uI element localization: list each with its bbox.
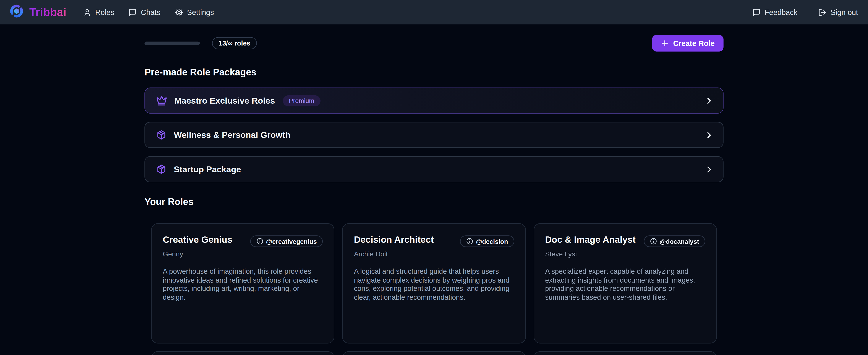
- package-row-startup[interactable]: Startup Package: [145, 156, 723, 182]
- sign-out-label: Sign out: [831, 8, 858, 16]
- role-handle: @decision: [476, 238, 508, 245]
- role-handle-badge[interactable]: @decision: [460, 235, 514, 247]
- role-description: A powerhouse of imagination, this role p…: [163, 267, 323, 302]
- role-cards-next-row: [145, 351, 723, 355]
- nav-item-chats[interactable]: Chats: [129, 8, 160, 16]
- crown-icon: [156, 95, 167, 106]
- feedback-bubble-icon: [752, 8, 761, 16]
- sign-out-icon: [818, 8, 827, 16]
- feedback-button[interactable]: Feedback: [752, 8, 797, 16]
- package-title: Startup Package: [174, 164, 241, 174]
- package-icon: [156, 129, 167, 140]
- role-card-stub[interactable]: [533, 351, 717, 355]
- roles-usage-header: 13/∞ roles Create Role: [145, 35, 723, 52]
- topbar-right: Feedback Sign out: [752, 8, 858, 16]
- info-icon: [256, 238, 263, 245]
- chevron-right-icon: [704, 164, 714, 174]
- role-handle-badge[interactable]: @creativegenius: [250, 235, 323, 247]
- role-card-stub[interactable]: [151, 351, 335, 355]
- role-handle-badge[interactable]: @docanalyst: [644, 235, 705, 247]
- role-subtitle: Genny: [163, 250, 323, 258]
- role-card-creative-genius[interactable]: Creative Genius @creativegenius Genny A …: [151, 223, 335, 344]
- role-subtitle: Steve Lyst: [545, 250, 705, 258]
- feedback-label: Feedback: [765, 8, 797, 16]
- role-card-stub[interactable]: [342, 351, 526, 355]
- nav-label: Chats: [141, 8, 160, 16]
- primary-nav: Roles Chats: [83, 8, 752, 16]
- role-title: Decision Architect: [354, 234, 434, 245]
- your-roles-heading: Your Roles: [145, 198, 723, 207]
- chevron-right-icon: [704, 130, 714, 140]
- package-title: Wellness & Personal Growth: [174, 130, 291, 140]
- chevron-right-icon: [704, 96, 714, 106]
- role-card-doc-image-analyst[interactable]: Doc & Image Analyst @docanalyst Steve Ly…: [533, 223, 717, 344]
- info-icon: [466, 238, 473, 245]
- user-icon: [83, 8, 91, 16]
- sign-out-button[interactable]: Sign out: [818, 8, 858, 16]
- info-icon: [650, 238, 657, 245]
- app-root: Tribbai Roles Chats: [0, 0, 868, 355]
- premium-badge: Premium: [283, 95, 320, 106]
- packages-heading: Pre-made Role Packages: [145, 68, 723, 77]
- role-handle: @creativegenius: [266, 238, 317, 245]
- nav-label: Settings: [187, 8, 214, 16]
- package-title: Maestro Exclusive Roles: [174, 96, 275, 106]
- package-row-wellness[interactable]: Wellness & Personal Growth: [145, 122, 723, 148]
- role-description: A specialized expert capable of analyzin…: [545, 267, 705, 302]
- role-handle: @docanalyst: [660, 238, 699, 245]
- main-content: 13/∞ roles Create Role Pre-made Role Pac…: [145, 24, 723, 355]
- roles-usage-progress-bar: [145, 41, 200, 45]
- role-title: Creative Genius: [163, 234, 232, 245]
- role-description: A logical and structured guide that help…: [354, 267, 514, 302]
- roles-count-badge: 13/∞ roles: [212, 37, 257, 49]
- gear-icon: [175, 8, 183, 16]
- nav-item-roles[interactable]: Roles: [83, 8, 114, 16]
- package-list: Maestro Exclusive Roles Premium Wellness…: [145, 88, 723, 182]
- chat-icon: [129, 8, 137, 16]
- plus-icon: [661, 39, 669, 47]
- role-subtitle: Archie Doit: [354, 250, 514, 258]
- top-navigation-bar: Tribbai Roles Chats: [0, 0, 868, 24]
- role-title: Doc & Image Analyst: [545, 234, 636, 245]
- create-role-label: Create Role: [673, 39, 715, 47]
- nav-item-settings[interactable]: Settings: [175, 8, 214, 16]
- brand-logo[interactable]: Tribbai: [9, 3, 66, 21]
- create-role-button[interactable]: Create Role: [652, 35, 723, 52]
- nav-label: Roles: [95, 8, 114, 16]
- tribbai-logo-icon: [9, 3, 25, 21]
- package-icon: [156, 164, 167, 175]
- package-row-maestro[interactable]: Maestro Exclusive Roles Premium: [145, 88, 723, 114]
- role-card-decision-architect[interactable]: Decision Architect @decision Archie Doit…: [342, 223, 526, 344]
- role-cards-grid: Creative Genius @creativegenius Genny A …: [145, 223, 723, 344]
- brand-name: Tribbai: [29, 6, 66, 19]
